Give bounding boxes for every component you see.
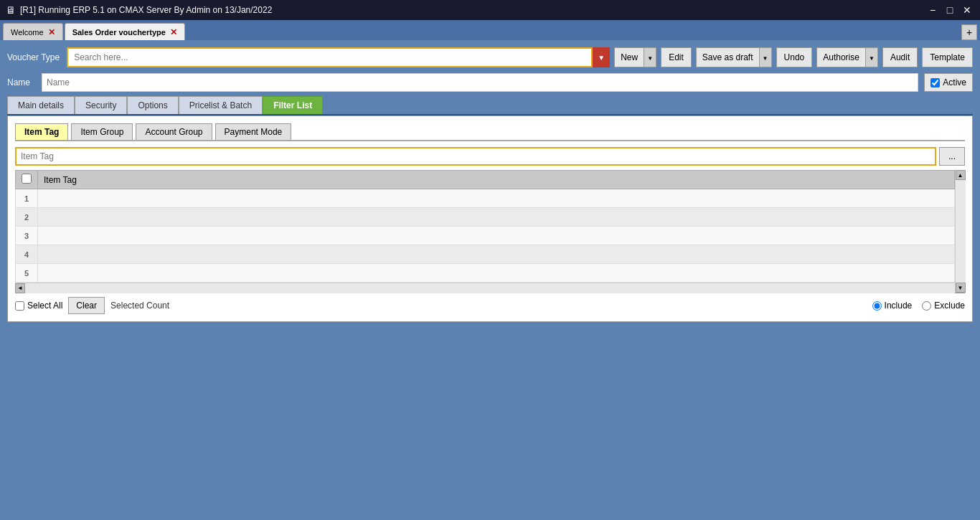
inner-tab-item-tag-label: Item Tag <box>24 127 59 137</box>
table-row: 1 <box>16 189 955 208</box>
dropdown-arrow-icon: ▼ <box>598 54 605 62</box>
tab-sales-order-label: Sales Order vouchertype <box>72 28 166 37</box>
sub-tab-options-label: Options <box>138 100 167 110</box>
undo-button[interactable]: Undo <box>776 47 813 67</box>
inner-tab-item-tag[interactable]: Item Tag <box>15 123 68 140</box>
inner-tab-account-group-label: Account Group <box>145 127 202 137</box>
title-bar-controls: − □ ✕ <box>925 3 974 17</box>
item-tag-search-row: ... <box>15 147 965 166</box>
sub-tab-main-details-label: Main details <box>18 100 64 110</box>
table-row: 2 <box>16 208 955 227</box>
include-radio[interactable] <box>872 301 882 311</box>
sub-tab-security[interactable]: Security <box>75 96 127 114</box>
table-body: 1 2 3 <box>16 189 955 283</box>
new-button-group: New <box>614 47 656 67</box>
inner-tab-payment-mode[interactable]: Payment Mode <box>215 123 292 140</box>
audit-button[interactable]: Audit <box>882 47 918 67</box>
select-all-label-container: Select All <box>15 301 62 311</box>
data-table: Item Tag 1 2 <box>15 170 955 283</box>
title-bar-left: 🖥 [R1] Running ERP 5.1 on CMAX Server By… <box>6 4 272 16</box>
title-bar-text: [R1] Running ERP 5.1 on CMAX Server By A… <box>20 5 272 15</box>
sub-tab-filter-list[interactable]: Filter List <box>263 96 323 114</box>
select-all-text: Select All <box>27 301 62 311</box>
tab-bar: Welcome ✕ Sales Order vouchertype ✕ + <box>0 20 980 40</box>
inner-tabs: Item Tag Item Group Account Group Paymen… <box>15 123 965 141</box>
item-tag-cell <box>38 208 955 227</box>
row-num-cell: 1 <box>16 189 38 208</box>
sub-tab-filter-list-label: Filter List <box>273 100 312 110</box>
tab-sales-order[interactable]: Sales Order vouchertype ✕ <box>65 23 185 40</box>
sub-tab-options[interactable]: Options <box>127 96 178 114</box>
select-all-header-checkbox[interactable] <box>22 174 32 184</box>
horizontal-scrollbar[interactable]: ◄ ► <box>15 283 965 293</box>
template-button[interactable]: Template <box>922 47 973 67</box>
inner-tab-payment-mode-label: Payment Mode <box>225 127 283 137</box>
active-checkbox-container: Active <box>924 73 973 92</box>
scroll-track <box>956 180 966 283</box>
select-all-checkbox[interactable] <box>15 301 24 311</box>
tab-add-button[interactable]: + <box>961 24 977 40</box>
edit-button[interactable]: Edit <box>661 47 692 67</box>
sub-tab-security-label: Security <box>85 100 116 110</box>
row-num-cell: 2 <box>16 208 38 227</box>
include-exclude-group: Include Exclude <box>872 301 965 311</box>
save-draft-button-group: Save as draft <box>696 47 772 67</box>
search-dropdown-button[interactable]: ▼ <box>593 47 610 67</box>
exclude-radio[interactable] <box>922 301 931 311</box>
include-label: Include <box>885 301 913 311</box>
new-button[interactable]: New <box>614 47 644 67</box>
inner-tab-item-group[interactable]: Item Group <box>71 123 133 140</box>
tab-welcome[interactable]: Welcome ✕ <box>3 23 63 40</box>
new-arrow-button[interactable] <box>644 47 656 67</box>
name-label: Name <box>7 77 36 88</box>
authorise-button-group: Authorise <box>816 47 878 67</box>
col-header-checkbox <box>16 171 38 189</box>
table-inner: Item Tag 1 2 <box>15 170 955 283</box>
save-as-draft-button[interactable]: Save as draft <box>696 47 759 67</box>
search-container: ▼ <box>67 47 610 67</box>
authorise-dropdown-icon <box>869 54 875 62</box>
sub-tabs: Main details Security Options Pricelist … <box>7 96 973 115</box>
voucher-type-search-input[interactable] <box>67 47 593 67</box>
save-draft-dropdown-icon <box>763 54 768 62</box>
scroll-down-button[interactable]: ▼ <box>956 283 966 293</box>
vertical-scrollbar[interactable]: ▲ ▼ <box>955 170 965 293</box>
toolbar: Voucher Type ▼ New Edit Save as draft Un… <box>7 47 973 67</box>
scroll-left-button[interactable]: ◄ <box>15 283 25 293</box>
col-header-item-tag: Item Tag <box>38 171 955 189</box>
table-row: 3 <box>16 227 955 245</box>
clear-button[interactable]: Clear <box>68 297 105 314</box>
maximize-button[interactable]: □ <box>943 3 957 17</box>
exclude-radio-label: Exclude <box>922 301 965 311</box>
table-scroll-wrapper: Item Tag 1 2 <box>15 170 965 293</box>
item-tag-search-input[interactable] <box>15 147 936 166</box>
table-row: 5 <box>16 264 955 283</box>
h-scroll-track <box>25 283 955 293</box>
tab-welcome-close[interactable]: ✕ <box>48 27 55 37</box>
exclude-label: Exclude <box>934 301 965 311</box>
authorise-button[interactable]: Authorise <box>816 47 865 67</box>
inner-tab-account-group[interactable]: Account Group <box>136 123 212 140</box>
save-draft-arrow-button[interactable] <box>759 47 772 67</box>
title-bar: 🖥 [R1] Running ERP 5.1 on CMAX Server By… <box>0 0 980 20</box>
tab-sales-order-close[interactable]: ✕ <box>170 27 177 37</box>
name-input[interactable] <box>42 73 918 92</box>
item-tag-cell <box>38 189 955 208</box>
voucher-type-label: Voucher Type <box>7 52 60 62</box>
minimize-button[interactable]: − <box>925 3 940 17</box>
inner-tab-item-group-label: Item Group <box>80 127 123 137</box>
active-label: Active <box>943 77 966 88</box>
row-num-cell: 4 <box>16 245 38 264</box>
window-close-button[interactable]: ✕ <box>960 3 974 17</box>
row-num-cell: 3 <box>16 227 38 245</box>
bottom-bar: Select All Clear Selected Count Include … <box>15 297 965 314</box>
authorise-arrow-button[interactable] <box>865 47 878 67</box>
scroll-up-button[interactable]: ▲ <box>956 170 966 180</box>
new-dropdown-icon <box>647 54 653 62</box>
table-row: 4 <box>16 245 955 264</box>
sub-tab-pricelist-batch[interactable]: Pricelist & Batch <box>179 96 263 114</box>
active-checkbox[interactable] <box>930 78 940 88</box>
sub-tab-main-details[interactable]: Main details <box>7 96 75 114</box>
item-tag-cell <box>38 245 955 264</box>
item-tag-search-button[interactable]: ... <box>939 147 965 166</box>
